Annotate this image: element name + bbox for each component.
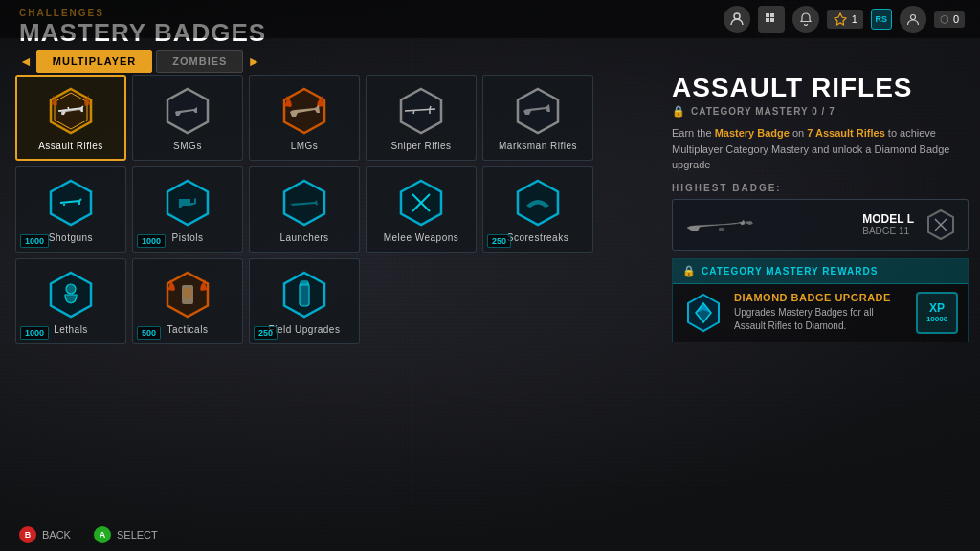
reward-desc: Upgrades Mastery Badges for all Assault …	[734, 306, 906, 333]
tacticals-badge	[162, 269, 213, 320]
tabs: ◄ MULTIPLAYER ZOMBIES ►	[19, 50, 260, 73]
svg-rect-28	[719, 228, 724, 231]
right-panel: ASSAULT RIFLES 🔒 CATEGORY MASTERY 0 / 7 …	[672, 75, 969, 342]
tab-arrow-left[interactable]: ◄	[19, 54, 33, 69]
desc-mid: on	[790, 127, 807, 139]
top-bar: 1 RS ⬡ 0	[0, 0, 980, 38]
svg-point-6	[910, 15, 915, 20]
svg-rect-26	[300, 283, 309, 306]
scorestreaks-progress: 250	[487, 234, 511, 248]
weapon-card-shotguns[interactable]: 1000 Shotguns	[15, 166, 126, 253]
highest-badge-card: MODEL L BADGE 11	[672, 199, 969, 251]
weapon-card-assault-rifles[interactable]: Assault Rifles	[15, 75, 126, 161]
tacticals-progress: 500	[137, 326, 161, 340]
weapon-image	[682, 210, 853, 239]
tab-multiplayer[interactable]: MULTIPLAYER	[36, 50, 152, 73]
weapon-row-3: 1000 Lethals 500 Tacticals	[15, 258, 628, 344]
lock-icon-rewards: 🔒	[682, 265, 696, 277]
lmgs-badge	[278, 85, 330, 137]
bell-icon[interactable]	[792, 6, 819, 33]
back-button[interactable]: B BACK	[19, 526, 71, 543]
a-button-icon: A	[94, 526, 111, 543]
weapon-card-tacticals[interactable]: 500 Tacticals	[132, 258, 243, 344]
shotguns-progress: 1000	[20, 234, 49, 248]
weapon-name-assault-rifles: Assault Rifles	[38, 141, 103, 151]
pistols-badge	[162, 177, 213, 229]
xp-label: XP	[929, 301, 945, 315]
weapon-name-launchers: Launchers	[279, 232, 328, 243]
desc-pre: Earn the	[672, 127, 715, 139]
rewards-header-text: CATEGORY MASTERY REWARDS	[702, 266, 878, 276]
pistols-progress: 1000	[137, 234, 166, 248]
svg-rect-27	[301, 281, 308, 285]
weapon-card-smgs[interactable]: SMGs	[132, 75, 243, 161]
bottom-bar: B BACK A SELECT	[19, 526, 158, 543]
shotguns-badge	[45, 177, 97, 229]
cod-points: ⬡ 0	[934, 11, 965, 28]
menu-icon[interactable]	[758, 6, 785, 33]
weapon-name-shotguns: Shotguns	[49, 232, 93, 243]
svg-rect-24	[184, 288, 191, 298]
tab-arrow-right[interactable]: ►	[247, 54, 260, 69]
select-button[interactable]: A SELECT	[94, 526, 158, 543]
weapon-card-sniper-rifles[interactable]: Sniper Rifles	[366, 75, 477, 161]
highest-badge-icon	[924, 208, 958, 242]
scorestreaks-badge	[512, 177, 564, 229]
highest-badge-info: MODEL L BADGE 11	[862, 212, 914, 236]
assault-rifles-badge	[45, 85, 97, 137]
hb-badge-level: BADGE 11	[862, 226, 914, 236]
svg-point-21	[66, 284, 76, 294]
hb-weapon-name: MODEL L	[862, 212, 914, 226]
reward-title: DIAMOND BADGE UPGRADE	[734, 292, 906, 303]
reward-info: DIAMOND BADGE UPGRADE Upgrades Mastery B…	[734, 292, 906, 333]
weapon-name-lethals: Lethals	[54, 324, 88, 335]
svg-rect-3	[766, 18, 769, 22]
player-icon[interactable]	[900, 6, 926, 33]
weapon-name-lmgs: LMGs	[291, 141, 319, 151]
weapon-name-scorestreaks: Scorestreaks	[507, 232, 568, 243]
weapon-card-launchers[interactable]: Launchers	[249, 166, 360, 253]
highest-badge-label: HIGHEST BADGE:	[672, 183, 969, 193]
weapon-card-melee[interactable]: Melee Weapons	[366, 166, 477, 253]
lock-icon: 🔒	[672, 105, 685, 118]
marksman-rifles-badge	[512, 85, 564, 137]
svg-marker-13	[51, 181, 91, 225]
svg-point-0	[734, 13, 740, 19]
rewards-header: 🔒 CATEGORY MASTERY REWARDS	[673, 259, 968, 284]
weapon-card-field-upgrades[interactable]: 250 Field Upgrades	[249, 258, 360, 344]
weapon-name-melee: Melee Weapons	[384, 232, 459, 243]
svg-rect-2	[770, 13, 774, 17]
weapon-card-pistols[interactable]: 1000 Pistols	[132, 166, 243, 253]
weapon-name-pistols: Pistols	[172, 232, 204, 243]
weapon-row-2: 1000 Shotguns 1000 Pistols	[15, 166, 628, 253]
desc-bold2: 7 Assault Rifles	[807, 127, 885, 139]
notification-count: 1	[827, 10, 863, 29]
profile-icon[interactable]	[724, 6, 750, 33]
melee-badge	[395, 177, 447, 229]
mastery-label: CATEGORY MASTERY 0 / 7	[691, 106, 835, 117]
reward-badge-icon	[682, 292, 724, 334]
weapon-name-sniper-rifles: Sniper Rifles	[390, 141, 451, 151]
category-mastery: 🔒 CATEGORY MASTERY 0 / 7	[672, 105, 969, 118]
desc-bold: Mastery Badge	[715, 127, 790, 139]
weapon-card-lethals[interactable]: 1000 Lethals	[15, 258, 126, 344]
xp-badge: XP 10000	[916, 292, 958, 334]
weapon-name-smgs: SMGs	[173, 141, 202, 151]
svg-rect-4	[770, 18, 774, 22]
rewards-section: 🔒 CATEGORY MASTERY REWARDS DIAMOND BADGE…	[672, 258, 969, 342]
b-button-icon: B	[19, 526, 36, 543]
sniper-rifles-badge	[395, 85, 447, 137]
mastery-description: Earn the Mastery Badge on 7 Assault Rifl…	[672, 125, 969, 173]
tab-zombies[interactable]: ZOMBIES	[156, 50, 243, 73]
weapon-name-marksman-rifles: Marksman Rifles	[499, 141, 577, 151]
rewards-content: DIAMOND BADGE UPGRADE Upgrades Mastery B…	[673, 284, 968, 342]
lethals-badge	[45, 269, 97, 320]
xp-amount: 10000	[926, 315, 947, 323]
field-upgrades-badge	[278, 269, 330, 320]
weapon-card-lmgs[interactable]: LMGs	[249, 75, 360, 161]
select-label: SELECT	[117, 529, 158, 540]
weapon-name-field-upgrades: Field Upgrades	[269, 324, 341, 335]
weapon-card-scorestreaks[interactable]: 250 Scorestreaks	[482, 166, 593, 253]
weapon-card-marksman-rifles[interactable]: Marksman Rifles	[482, 75, 593, 161]
smgs-badge	[162, 85, 213, 137]
